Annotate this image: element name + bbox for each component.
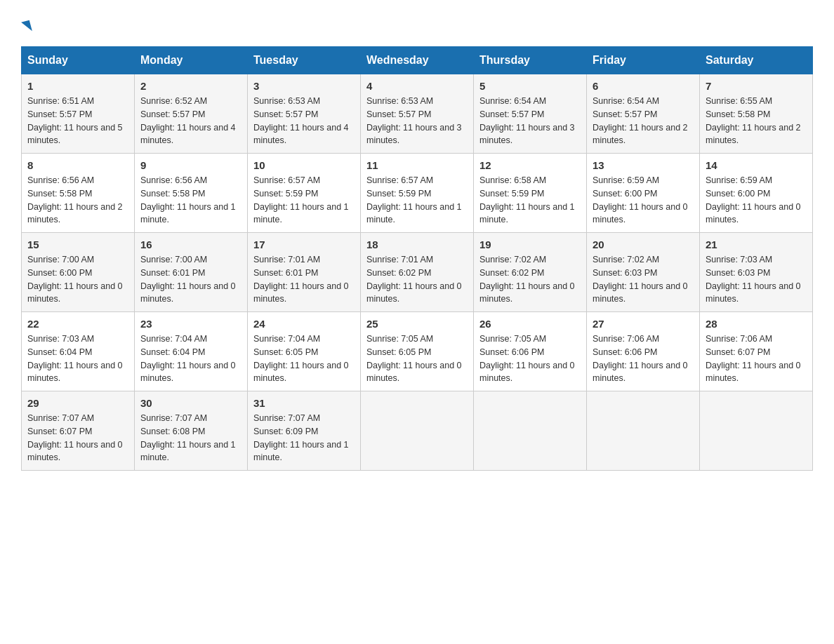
day-number: 7 — [706, 80, 807, 92]
calendar-cell: 13Sunrise: 6:59 AMSunset: 6:00 PMDayligh… — [587, 154, 700, 233]
day-number: 8 — [27, 159, 128, 171]
day-number: 2 — [140, 80, 241, 92]
calendar-cell — [700, 391, 813, 471]
calendar-table: SundayMondayTuesdayWednesdayThursdayFrid… — [21, 46, 813, 471]
calendar-cell: 10Sunrise: 6:57 AMSunset: 5:59 PMDayligh… — [248, 154, 361, 233]
weekday-header-tuesday: Tuesday — [248, 47, 361, 74]
calendar-cell: 24Sunrise: 7:04 AMSunset: 6:05 PMDayligh… — [248, 312, 361, 391]
calendar-week-row: 15Sunrise: 7:00 AMSunset: 6:00 PMDayligh… — [22, 233, 813, 312]
weekday-header-sunday: Sunday — [22, 47, 135, 74]
day-number: 31 — [253, 397, 355, 409]
day-info: Sunrise: 6:51 AMSunset: 5:57 PMDaylight:… — [27, 95, 128, 147]
day-number: 5 — [479, 80, 581, 92]
calendar-week-row: 22Sunrise: 7:03 AMSunset: 6:04 PMDayligh… — [22, 312, 813, 391]
day-number: 6 — [593, 80, 694, 92]
calendar-cell: 23Sunrise: 7:04 AMSunset: 6:04 PMDayligh… — [135, 312, 248, 391]
calendar-cell: 14Sunrise: 6:59 AMSunset: 6:00 PMDayligh… — [700, 154, 813, 233]
calendar-cell: 12Sunrise: 6:58 AMSunset: 5:59 PMDayligh… — [474, 154, 587, 233]
day-info: Sunrise: 7:06 AMSunset: 6:06 PMDaylight:… — [593, 333, 694, 385]
day-info: Sunrise: 6:54 AMSunset: 5:57 PMDaylight:… — [479, 95, 581, 147]
calendar-cell — [587, 391, 700, 471]
calendar-cell: 11Sunrise: 6:57 AMSunset: 5:59 PMDayligh… — [361, 154, 474, 233]
day-info: Sunrise: 6:52 AMSunset: 5:57 PMDaylight:… — [140, 95, 241, 147]
day-number: 15 — [27, 239, 128, 250]
day-number: 26 — [479, 318, 581, 330]
calendar-cell — [361, 391, 474, 471]
day-info: Sunrise: 7:07 AMSunset: 6:08 PMDaylight:… — [140, 412, 241, 464]
day-number: 18 — [366, 239, 468, 250]
day-number: 25 — [366, 318, 468, 330]
day-info: Sunrise: 6:56 AMSunset: 5:58 PMDaylight:… — [140, 174, 241, 227]
day-number: 17 — [253, 239, 355, 250]
day-info: Sunrise: 6:55 AMSunset: 5:58 PMDaylight:… — [706, 95, 807, 147]
day-info: Sunrise: 6:53 AMSunset: 5:57 PMDaylight:… — [253, 95, 355, 147]
day-info: Sunrise: 6:54 AMSunset: 5:57 PMDaylight:… — [593, 95, 694, 147]
day-info: Sunrise: 7:04 AMSunset: 6:05 PMDaylight:… — [253, 333, 355, 385]
day-number: 27 — [593, 318, 694, 330]
day-number: 21 — [706, 239, 807, 250]
calendar-cell: 26Sunrise: 7:05 AMSunset: 6:06 PMDayligh… — [474, 312, 587, 391]
calendar-cell: 30Sunrise: 7:07 AMSunset: 6:08 PMDayligh… — [135, 391, 248, 471]
calendar-cell: 3Sunrise: 6:53 AMSunset: 5:57 PMDaylight… — [248, 74, 361, 154]
calendar-cell: 18Sunrise: 7:01 AMSunset: 6:02 PMDayligh… — [361, 233, 474, 312]
weekday-header-row: SundayMondayTuesdayWednesdayThursdayFrid… — [22, 47, 813, 74]
calendar-cell: 28Sunrise: 7:06 AMSunset: 6:07 PMDayligh… — [700, 312, 813, 391]
day-info: Sunrise: 6:56 AMSunset: 5:58 PMDaylight:… — [27, 174, 128, 227]
calendar-cell: 1Sunrise: 6:51 AMSunset: 5:57 PMDaylight… — [22, 74, 135, 154]
calendar-cell: 2Sunrise: 6:52 AMSunset: 5:57 PMDaylight… — [135, 74, 248, 154]
calendar-cell: 7Sunrise: 6:55 AMSunset: 5:58 PMDaylight… — [700, 74, 813, 154]
day-number: 28 — [706, 318, 807, 330]
calendar-cell: 19Sunrise: 7:02 AMSunset: 6:02 PMDayligh… — [474, 233, 587, 312]
day-info: Sunrise: 7:00 AMSunset: 6:01 PMDaylight:… — [140, 253, 241, 306]
day-info: Sunrise: 6:53 AMSunset: 5:57 PMDaylight:… — [366, 95, 468, 147]
weekday-header-monday: Monday — [135, 47, 248, 74]
day-info: Sunrise: 7:02 AMSunset: 6:02 PMDaylight:… — [479, 253, 581, 306]
day-info: Sunrise: 6:58 AMSunset: 5:59 PMDaylight:… — [479, 174, 581, 227]
calendar-cell: 8Sunrise: 6:56 AMSunset: 5:58 PMDaylight… — [22, 154, 135, 233]
calendar-cell — [474, 391, 587, 471]
calendar-cell: 6Sunrise: 6:54 AMSunset: 5:57 PMDaylight… — [587, 74, 700, 154]
day-number: 13 — [593, 159, 694, 171]
calendar-cell: 17Sunrise: 7:01 AMSunset: 6:01 PMDayligh… — [248, 233, 361, 312]
day-number: 19 — [479, 239, 581, 250]
day-info: Sunrise: 7:05 AMSunset: 6:05 PMDaylight:… — [366, 333, 468, 385]
calendar-week-row: 1Sunrise: 6:51 AMSunset: 5:57 PMDaylight… — [22, 74, 813, 154]
day-info: Sunrise: 7:03 AMSunset: 6:04 PMDaylight:… — [27, 333, 128, 385]
calendar-cell: 22Sunrise: 7:03 AMSunset: 6:04 PMDayligh… — [22, 312, 135, 391]
day-number: 4 — [366, 80, 468, 92]
calendar-cell: 31Sunrise: 7:07 AMSunset: 6:09 PMDayligh… — [248, 391, 361, 471]
day-number: 22 — [27, 318, 128, 330]
day-info: Sunrise: 7:05 AMSunset: 6:06 PMDaylight:… — [479, 333, 581, 385]
day-info: Sunrise: 6:57 AMSunset: 5:59 PMDaylight:… — [366, 174, 468, 227]
calendar-cell: 16Sunrise: 7:00 AMSunset: 6:01 PMDayligh… — [135, 233, 248, 312]
day-info: Sunrise: 7:06 AMSunset: 6:07 PMDaylight:… — [706, 333, 807, 385]
day-number: 11 — [366, 159, 468, 171]
day-number: 12 — [479, 159, 581, 171]
logo-arrow-icon — [21, 20, 32, 34]
day-number: 24 — [253, 318, 355, 330]
logo — [21, 21, 32, 32]
day-number: 9 — [140, 159, 241, 171]
calendar-cell: 20Sunrise: 7:02 AMSunset: 6:03 PMDayligh… — [587, 233, 700, 312]
day-info: Sunrise: 7:07 AMSunset: 6:09 PMDaylight:… — [253, 412, 355, 464]
day-number: 16 — [140, 239, 241, 250]
day-number: 3 — [253, 80, 355, 92]
day-number: 20 — [593, 239, 694, 250]
calendar-cell: 21Sunrise: 7:03 AMSunset: 6:03 PMDayligh… — [700, 233, 813, 312]
day-number: 30 — [140, 397, 241, 409]
day-info: Sunrise: 7:07 AMSunset: 6:07 PMDaylight:… — [27, 412, 128, 464]
weekday-header-thursday: Thursday — [474, 47, 587, 74]
calendar-cell: 4Sunrise: 6:53 AMSunset: 5:57 PMDaylight… — [361, 74, 474, 154]
calendar-cell: 25Sunrise: 7:05 AMSunset: 6:05 PMDayligh… — [361, 312, 474, 391]
day-info: Sunrise: 7:00 AMSunset: 6:00 PMDaylight:… — [27, 253, 128, 306]
day-info: Sunrise: 6:59 AMSunset: 6:00 PMDaylight:… — [593, 174, 694, 227]
day-info: Sunrise: 7:01 AMSunset: 6:01 PMDaylight:… — [253, 253, 355, 306]
day-info: Sunrise: 6:59 AMSunset: 6:00 PMDaylight:… — [706, 174, 807, 227]
calendar-cell: 29Sunrise: 7:07 AMSunset: 6:07 PMDayligh… — [22, 391, 135, 471]
day-number: 10 — [253, 159, 355, 171]
calendar-cell: 5Sunrise: 6:54 AMSunset: 5:57 PMDaylight… — [474, 74, 587, 154]
day-info: Sunrise: 7:01 AMSunset: 6:02 PMDaylight:… — [366, 253, 468, 306]
day-info: Sunrise: 7:02 AMSunset: 6:03 PMDaylight:… — [593, 253, 694, 306]
calendar-week-row: 29Sunrise: 7:07 AMSunset: 6:07 PMDayligh… — [22, 391, 813, 471]
day-info: Sunrise: 7:03 AMSunset: 6:03 PMDaylight:… — [706, 253, 807, 306]
